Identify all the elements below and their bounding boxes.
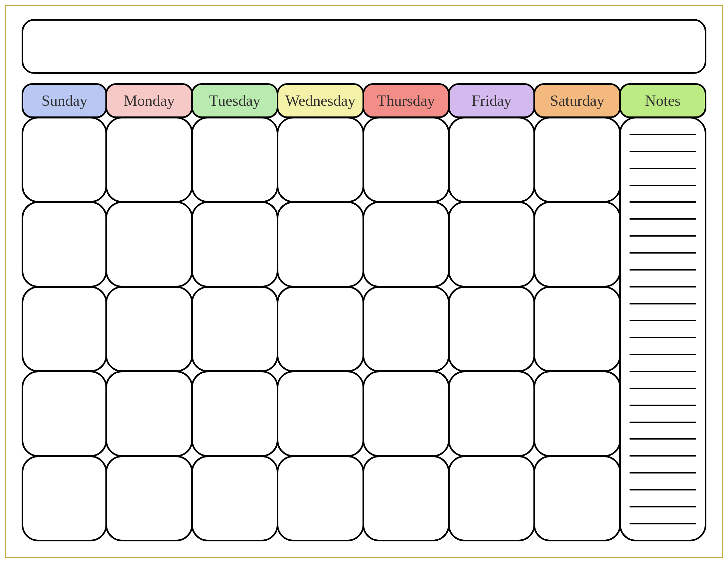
day-cell[interactable] <box>191 201 278 287</box>
day-cell[interactable] <box>277 371 364 457</box>
day-cell[interactable] <box>533 201 621 287</box>
day-cell[interactable] <box>533 456 621 541</box>
col-saturday: Saturday <box>533 83 621 541</box>
col-wednesday: Wednesday <box>277 83 364 541</box>
note-line <box>630 252 696 253</box>
note-line <box>630 405 696 406</box>
day-cell[interactable] <box>105 201 193 287</box>
note-line <box>630 455 696 457</box>
note-line <box>630 201 696 203</box>
note-line <box>630 168 696 169</box>
note-line <box>630 523 696 524</box>
col-thursday: Thursday <box>363 83 450 541</box>
col-friday: Friday <box>448 83 535 541</box>
note-line <box>630 371 696 372</box>
note-line <box>630 472 696 474</box>
day-cell[interactable] <box>22 371 107 457</box>
day-cell[interactable] <box>363 286 450 372</box>
col-notes: Notes <box>619 83 706 541</box>
note-line <box>630 286 696 288</box>
day-cell[interactable] <box>448 456 535 541</box>
day-cell[interactable] <box>448 286 535 372</box>
day-cell[interactable] <box>533 117 621 203</box>
note-line <box>630 320 696 321</box>
col-monday: Monday <box>105 83 193 541</box>
header-friday: Friday <box>448 83 535 118</box>
day-cell[interactable] <box>105 286 193 372</box>
day-cell[interactable] <box>22 286 107 372</box>
day-cell[interactable] <box>363 201 450 287</box>
notes-area[interactable] <box>619 117 706 541</box>
day-cell[interactable] <box>191 456 278 541</box>
header-wednesday: Wednesday <box>277 83 364 118</box>
col-sunday: Sunday <box>22 83 107 541</box>
header-thursday: Thursday <box>363 83 450 118</box>
page-border: Sunday Monday Tuesday Wednesday <box>5 5 723 558</box>
day-cell[interactable] <box>191 371 278 457</box>
day-cell[interactable] <box>22 117 107 203</box>
day-cell[interactable] <box>448 117 535 203</box>
calendar-grid: Sunday Monday Tuesday Wednesday <box>22 83 706 541</box>
note-line <box>630 218 696 219</box>
day-cell[interactable] <box>363 456 450 541</box>
note-line <box>630 422 696 423</box>
header-saturday: Saturday <box>533 83 621 118</box>
day-cell[interactable] <box>277 117 364 203</box>
note-line <box>630 269 696 270</box>
header-tuesday: Tuesday <box>191 83 278 118</box>
day-cell[interactable] <box>277 286 364 372</box>
day-cell[interactable] <box>105 371 193 457</box>
note-line <box>630 388 696 389</box>
note-line <box>630 489 696 491</box>
header-monday: Monday <box>105 83 193 118</box>
day-cell[interactable] <box>363 117 450 203</box>
note-line <box>630 151 696 152</box>
col-tuesday: Tuesday <box>191 83 278 541</box>
note-line <box>630 506 696 507</box>
header-sunday: Sunday <box>22 83 107 118</box>
note-line <box>630 337 696 338</box>
day-cell[interactable] <box>533 371 621 457</box>
day-cell[interactable] <box>191 117 278 203</box>
note-line <box>630 303 696 305</box>
note-line <box>630 438 696 440</box>
day-cell[interactable] <box>363 371 450 457</box>
day-cell[interactable] <box>277 201 364 287</box>
day-cell[interactable] <box>448 201 535 287</box>
note-line <box>630 354 696 355</box>
day-cell[interactable] <box>277 456 364 541</box>
day-cell[interactable] <box>22 201 107 287</box>
note-line <box>630 134 696 135</box>
day-cell[interactable] <box>105 456 193 541</box>
note-line <box>630 235 696 236</box>
title-bar[interactable] <box>22 19 706 74</box>
day-cell[interactable] <box>22 456 107 541</box>
day-cell[interactable] <box>191 286 278 372</box>
header-notes: Notes <box>619 83 706 118</box>
day-cell[interactable] <box>533 286 621 372</box>
day-cell[interactable] <box>105 117 193 203</box>
day-cell[interactable] <box>448 371 535 457</box>
note-line <box>630 185 696 186</box>
